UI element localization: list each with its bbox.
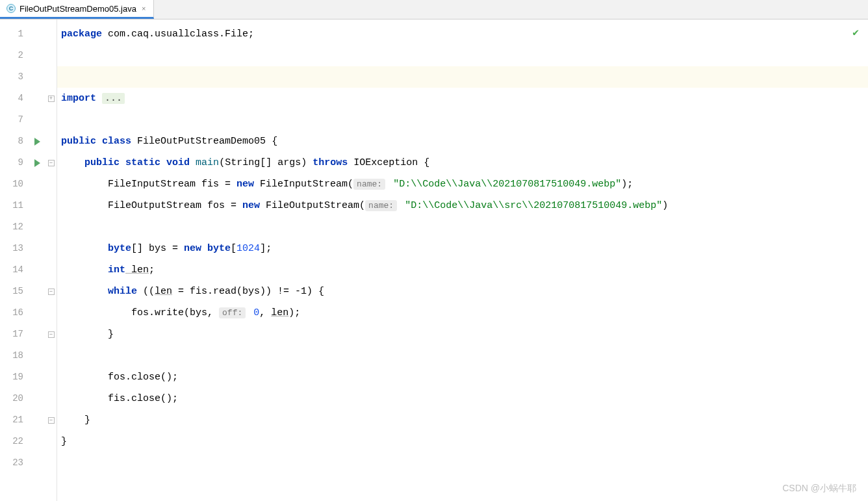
line-number: 3 <box>0 66 29 88</box>
line-number: 22 <box>0 431 29 452</box>
tab-filename: FileOutPutStreamDemo05.java <box>19 4 136 14</box>
code-line[interactable] <box>57 216 868 238</box>
line-number: 19 <box>0 366 29 388</box>
line-number: 4 <box>0 88 29 109</box>
run-icon[interactable] <box>34 138 40 146</box>
run-icon[interactable] <box>34 159 40 167</box>
line-number: 21 <box>0 409 29 431</box>
line-number: 10 <box>0 173 29 195</box>
line-number: 9 <box>0 152 29 173</box>
code-line[interactable]: package com.caq.usuallclass.File; <box>57 23 868 45</box>
line-number: 1 <box>0 23 29 45</box>
fold-gutter: + − − − − <box>45 19 57 501</box>
param-hint: off: <box>219 307 246 318</box>
code-line[interactable]: } <box>57 324 868 345</box>
code-line[interactable]: import ... <box>57 88 868 109</box>
java-class-icon: C <box>6 4 16 13</box>
fold-collapse-icon[interactable]: − <box>48 417 55 424</box>
code-line[interactable]: FileOutputStream fos = new FileOutputStr… <box>57 195 868 216</box>
code-line[interactable]: } <box>57 431 868 452</box>
line-number: 23 <box>0 452 29 474</box>
code-line[interactable] <box>57 452 868 474</box>
code-line[interactable]: public class FileOutPutStreamDemo05 { <box>57 131 868 152</box>
fold-expand-icon[interactable]: + <box>48 96 55 102</box>
folded-region[interactable]: ... <box>102 93 125 104</box>
line-number: 16 <box>0 302 29 324</box>
tab-file[interactable]: C FileOutPutStreamDemo05.java × <box>0 0 154 19</box>
code-line[interactable]: byte[] bys = new byte[1024]; <box>57 238 868 259</box>
line-number: 20 <box>0 388 29 409</box>
line-number: 18 <box>0 345 29 366</box>
line-number: 14 <box>0 259 29 281</box>
tab-bar: C FileOutPutStreamDemo05.java × <box>0 0 868 19</box>
code-area[interactable]: ✔ package com.caq.usuallclass.File; impo… <box>57 19 868 501</box>
param-hint: name: <box>365 200 397 211</box>
code-line[interactable]: fis.close(); <box>57 388 868 409</box>
code-line[interactable]: FileInputStream fis = new FileInputStrea… <box>57 173 868 195</box>
code-line[interactable]: fos.write(bys, off: 0, len); <box>57 302 868 324</box>
fold-collapse-icon[interactable]: − <box>48 160 55 166</box>
fold-collapse-icon[interactable]: − <box>48 289 55 295</box>
code-line[interactable] <box>57 45 868 66</box>
code-line[interactable]: public static void main(String[] args) t… <box>57 152 868 173</box>
line-number: 2 <box>0 45 29 66</box>
line-number: 13 <box>0 238 29 259</box>
editor[interactable]: 1 2 3 4 7 8 9 10 11 12 13 14 15 16 17 18… <box>0 19 868 501</box>
watermark: CSDN @小蜗牛耶 <box>782 483 856 495</box>
param-hint: name: <box>353 179 385 190</box>
code-line[interactable]: } <box>57 409 868 431</box>
fold-collapse-icon[interactable]: − <box>48 331 55 338</box>
line-number: 15 <box>0 281 29 302</box>
code-line[interactable] <box>57 345 868 366</box>
line-number: 11 <box>0 195 29 216</box>
code-line[interactable]: fos.close(); <box>57 366 868 388</box>
run-gutter <box>29 19 45 501</box>
line-number-gutter: 1 2 3 4 7 8 9 10 11 12 13 14 15 16 17 18… <box>0 19 29 501</box>
line-number: 7 <box>0 109 29 131</box>
line-number: 8 <box>0 131 29 152</box>
code-line[interactable] <box>57 109 868 131</box>
line-number: 12 <box>0 216 29 238</box>
code-line[interactable]: int len; <box>57 259 868 281</box>
code-line[interactable]: while ((len = fis.read(bys)) != -1) { <box>57 281 868 302</box>
close-icon[interactable]: × <box>140 5 147 12</box>
code-line-caret[interactable] <box>57 66 868 88</box>
line-number: 17 <box>0 324 29 345</box>
